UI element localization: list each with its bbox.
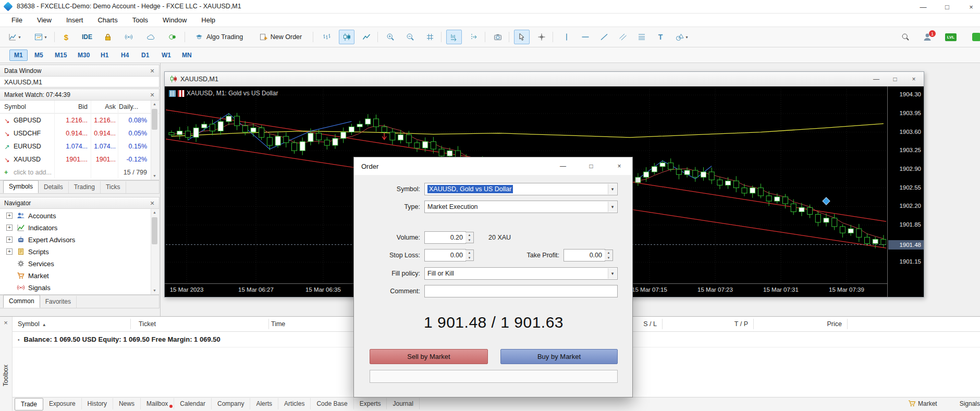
algo-trading-button[interactable]: Algo Trading (190, 30, 248, 44)
scrollbar-down-button[interactable]: ▼ (151, 287, 158, 294)
menu-view[interactable]: View (30, 14, 59, 27)
tab-trading[interactable]: Trading (69, 181, 101, 193)
dialog-minimize-button[interactable]: — (554, 161, 572, 171)
timeframe-h4[interactable]: H4 (116, 49, 133, 61)
vertical-line-tool-button[interactable] (559, 30, 574, 44)
chart-window-titlebar[interactable]: XAUUSD,M1 — □ × (165, 72, 924, 86)
column-header-price[interactable]: Price (811, 320, 842, 328)
navigator-item-indicators[interactable]: +Indicators (0, 222, 149, 234)
menu-charts[interactable]: Charts (90, 14, 125, 27)
user-account-button[interactable]: 1 (918, 30, 936, 44)
new-chart-button[interactable]: ▾ (5, 30, 24, 44)
column-header-symbol[interactable]: Symbol▲ (18, 320, 46, 328)
toolbox-tab-journal[interactable]: Journal (387, 398, 419, 409)
volume-stepper[interactable]: ▲▼ (466, 232, 474, 243)
volume-field[interactable]: 0.20 ▲▼ (424, 231, 466, 244)
tab-ticks[interactable]: Ticks (101, 181, 126, 193)
navigator-item-signals[interactable]: Signals (0, 282, 149, 294)
grid-button[interactable] (422, 30, 438, 44)
close-icon[interactable]: × (148, 66, 157, 76)
scrollbar-down-button[interactable]: ▼ (151, 172, 158, 180)
fibonacci-tool-button[interactable] (634, 30, 650, 44)
spin-up-icon[interactable]: ▲ (466, 250, 473, 255)
expand-icon[interactable]: + (6, 248, 13, 255)
order-dialog-titlebar[interactable]: Order — □ × (354, 157, 632, 175)
column-header-ask[interactable]: Ask (89, 103, 116, 110)
expand-icon[interactable]: + (6, 213, 13, 219)
chart-close-button[interactable]: × (906, 74, 922, 84)
fill-policy-combobox[interactable]: Fill or Kill ▾ (424, 267, 618, 280)
chevron-down-icon[interactable]: ▾ (608, 268, 617, 279)
navigator-item-scripts[interactable]: +Scripts (0, 246, 149, 258)
column-header-ticket[interactable]: Ticket (139, 320, 156, 328)
levels-button[interactable]: LVL (942, 30, 959, 44)
channel-tool-button[interactable] (615, 30, 631, 44)
time-axis-label[interactable]: 15 Mar 07:31 (755, 287, 807, 293)
market-watch-row[interactable]: ↘GBPUSD1.216...1.216...0.08% (0, 114, 150, 127)
spin-down-icon[interactable]: ▼ (466, 255, 473, 260)
menu-help[interactable]: Help (194, 14, 223, 27)
navigator-item-market[interactable]: Market (0, 270, 149, 282)
stop-loss-field[interactable]: 0.00 ▲▼ (424, 249, 466, 261)
strategy-tester-button[interactable]: $ (58, 30, 74, 44)
toolbox-tab-code-base[interactable]: Code Base (311, 398, 353, 409)
scrollbar-up-button[interactable]: ▲ (151, 101, 158, 108)
toolbox-tab-mailbox[interactable]: Mailbox (141, 398, 174, 409)
candlestick-chart-button[interactable] (339, 30, 354, 44)
minimize-button[interactable]: — (913, 1, 933, 13)
tab-symbols[interactable]: Symbols (3, 180, 39, 193)
toolbox-tab-history[interactable]: History (82, 398, 113, 409)
chevron-down-icon[interactable]: ▾ (608, 184, 617, 194)
column-header-sl[interactable]: S / L (631, 320, 657, 328)
data-window-row[interactable]: XAUUSD,M1 (0, 77, 159, 88)
tab-details[interactable]: Details (39, 181, 69, 193)
tab-favorites[interactable]: Favorites (40, 296, 77, 308)
scrollbar-up-button[interactable]: ▲ (151, 209, 158, 216)
dialog-close-button[interactable]: × (610, 161, 628, 171)
time-axis-label[interactable]: 15 Mar 06:27 (230, 287, 282, 293)
toolbox-tab-exposure[interactable]: Exposure (43, 398, 82, 409)
market-shortcut[interactable]: Market (908, 400, 937, 407)
timeframe-w1[interactable]: W1 (157, 49, 176, 61)
market-watch-row[interactable]: ↘XAUUSD1901....1901...-0.12% (0, 153, 150, 166)
new-order-button[interactable]: New Order (253, 30, 308, 44)
time-axis-label[interactable]: 15 Mar 07:39 (820, 287, 873, 293)
screenshot-button[interactable] (490, 30, 506, 44)
community-button[interactable] (165, 30, 180, 44)
scrollbar-thumb[interactable] (152, 217, 157, 244)
expand-icon[interactable]: + (6, 225, 13, 231)
navigator-item-services[interactable]: Services (0, 258, 149, 270)
crosshair-button[interactable] (534, 30, 549, 44)
horizontal-line-tool-button[interactable] (578, 30, 593, 44)
menu-file[interactable]: File (4, 14, 30, 27)
spin-up-icon[interactable]: ▲ (605, 250, 612, 255)
price-scale[interactable]: 1904.301903.951903.601903.251902.901902.… (887, 86, 924, 297)
maximize-button[interactable]: □ (937, 1, 957, 13)
time-axis-label[interactable]: 15 Mar 06:35 (297, 287, 349, 293)
ide-button[interactable]: IDE (77, 30, 97, 44)
symbol-combobox[interactable]: XAUUSD, Gold vs US Dollar ▾ (424, 183, 618, 195)
chart-minimize-button[interactable]: — (868, 74, 884, 84)
navigator-item-expert-advisors[interactable]: +Expert Advisors (0, 234, 149, 246)
broadcast-button[interactable] (121, 30, 137, 44)
signals-shortcut[interactable]: Signals (957, 400, 980, 407)
menu-tools[interactable]: Tools (125, 14, 155, 27)
market-watch-row[interactable]: ↗EURUSD1.074...1.074...0.15% (0, 140, 150, 153)
timeframe-m30[interactable]: M30 (73, 49, 94, 61)
lock-button[interactable] (100, 30, 116, 44)
buy-button[interactable]: Buy by Market (500, 349, 618, 364)
search-button[interactable] (898, 30, 913, 44)
trendline-tool-button[interactable] (596, 30, 612, 44)
time-axis-label[interactable]: 15 Mar 07:23 (689, 287, 741, 293)
close-icon[interactable]: × (148, 198, 157, 208)
type-combobox[interactable]: Market Execution ▾ (424, 201, 618, 213)
take-profit-stepper[interactable]: ▲▼ (605, 250, 613, 261)
bar-chart-button[interactable] (319, 30, 335, 44)
scrollbar-thumb[interactable] (152, 109, 157, 130)
chart-restore-button[interactable]: □ (887, 74, 903, 84)
line-chart-button[interactable] (359, 30, 374, 44)
market-watch-row[interactable]: ↘USDCHF0.914...0.914...0.05% (0, 127, 150, 140)
timeframe-mn[interactable]: MN (177, 49, 197, 61)
column-header-tp[interactable]: T / P (722, 320, 748, 328)
toolbox-tab-company[interactable]: Company (212, 398, 250, 409)
